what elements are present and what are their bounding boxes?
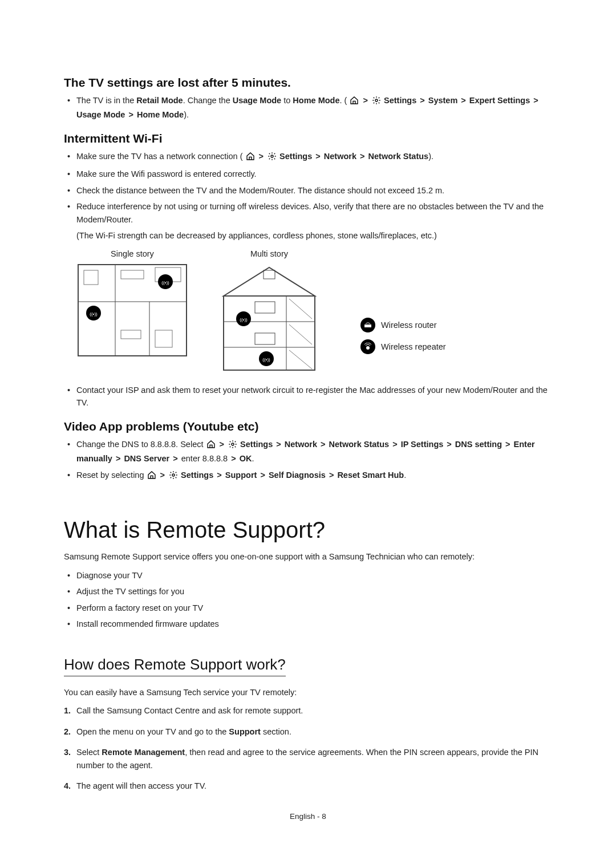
path: Support [225, 470, 257, 480]
svg-point-28 [366, 346, 370, 350]
svg-point-1 [271, 155, 273, 157]
chevron-icon: > [447, 440, 451, 449]
retail-mode-label: Retail Mode [136, 96, 183, 105]
list-item: Change the DNS to 8.8.8.8. Select > Sett… [76, 438, 552, 465]
gear-icon [268, 152, 277, 164]
system-path: System [428, 96, 458, 105]
text: . Change the [183, 96, 233, 105]
text: . [404, 470, 406, 480]
settings-path: Settings [384, 96, 416, 105]
list-item: Contact your ISP and ask them to reset y… [76, 384, 552, 409]
text: ). [184, 110, 189, 119]
svg-rect-10 [121, 330, 141, 339]
svg-text:((•)): ((•)) [240, 317, 248, 322]
path: Network Status [329, 440, 390, 449]
chevron-icon: > [116, 454, 120, 463]
single-story-floorplan: ((•)) ((•)) [75, 262, 189, 359]
chevron-icon: > [217, 470, 221, 480]
multi-story-diagram: Multi story ((•)) ((•)) [212, 249, 326, 378]
text: Select [76, 748, 102, 757]
home-mode-label: Home Mode [293, 96, 339, 105]
svg-rect-21 [255, 302, 275, 313]
path: DNS Server [124, 454, 169, 463]
heading-video-app-problems: Video App problems (Youtube etc) [64, 420, 552, 433]
svg-text:((•)): ((•)) [90, 311, 98, 317]
chevron-icon: > [315, 152, 320, 161]
list-item: Adjust the TV settings for you [76, 585, 552, 598]
support-section: Support [229, 727, 261, 736]
text: ). [428, 152, 433, 161]
gear-icon [228, 440, 237, 452]
list-wifi-cont: Contact your ISP and ask them to reset y… [76, 384, 552, 409]
path: DNS setting [455, 440, 502, 449]
svg-point-30 [172, 474, 175, 476]
svg-rect-7 [121, 270, 144, 279]
multi-story-label: Multi story [212, 249, 326, 258]
wifi-diagrams: Single story ((•)) ((•)) Multi story [75, 249, 552, 378]
list-item: Check the distance between the TV and th… [76, 184, 552, 197]
chevron-icon: > [276, 440, 281, 449]
text: Open the menu on your TV and go to the [76, 727, 229, 736]
chevron-icon: > [220, 440, 224, 449]
page-footer: English - 8 [0, 812, 616, 821]
step-4: The agent will then access your TV. [64, 780, 552, 792]
home-mode-path: Home Mode [137, 110, 184, 119]
list-wifi: Make sure the TV has a network connectio… [76, 150, 552, 242]
chevron-icon: > [173, 454, 177, 463]
home-icon [206, 440, 216, 452]
text: enter 8.8.8.8 [181, 454, 230, 463]
list-tv-settings: The TV is in the Retail Mode. Change the… [76, 94, 552, 121]
svg-rect-27 [364, 324, 371, 327]
list-video-app: Change the DNS to 8.8.8.8. Select > Sett… [76, 438, 552, 483]
usage-mode-label: Usage Mode [233, 96, 281, 105]
gear-icon [169, 470, 178, 483]
svg-rect-9 [155, 330, 172, 347]
path: Self Diagnosis [269, 470, 326, 480]
diagram-legend: Wireless router Wireless repeater [360, 318, 446, 354]
chevron-icon: > [231, 454, 236, 463]
chevron-icon: > [363, 96, 367, 105]
chevron-icon: > [259, 152, 264, 161]
heading-intermittent-wifi: Intermittent Wi-Fi [64, 132, 552, 145]
single-story-diagram: Single story ((•)) ((•)) [75, 249, 189, 361]
list-item: Perform a factory reset on your TV [76, 602, 552, 614]
svg-point-0 [375, 99, 378, 102]
remote-support-intro: Samsung Remote Support service offers yo… [64, 551, 552, 563]
list-item: Make sure the Wifi password is entered c… [76, 168, 552, 180]
chevron-icon: > [461, 96, 465, 105]
list-item: Make sure the TV has a network connectio… [76, 150, 552, 164]
chevron-icon: > [360, 152, 364, 161]
heading-how-remote-support-works: How does Remote Support work? [64, 656, 286, 676]
legend-repeater-label: Wireless repeater [381, 342, 446, 351]
home-icon [350, 96, 359, 108]
list-item: Reset by selecting > Settings > Support … [76, 469, 552, 483]
text: . ( [340, 96, 347, 105]
svg-marker-15 [224, 267, 315, 296]
legend-router: Wireless router [360, 318, 446, 332]
list-item: Diagnose your TV [76, 569, 552, 582]
step-3: Select Remote Management, then read and … [64, 746, 552, 772]
svg-point-29 [232, 443, 234, 445]
how-works-intro: You can easily have a Samsung Tech servi… [64, 687, 552, 699]
path: Network [285, 440, 317, 449]
text: The TV is in the [76, 96, 136, 105]
svg-text:((•)): ((•)) [161, 280, 169, 285]
text: . [252, 454, 254, 463]
text: Reduce interference by not using or turn… [76, 202, 544, 224]
text: Reset by selecting [76, 470, 147, 480]
list-item: Install recommended firmware updates [76, 618, 552, 630]
chevron-icon: > [128, 110, 133, 119]
heading-remote-support: What is Remote Support? [64, 517, 552, 543]
gear-icon [372, 96, 381, 108]
single-story-label: Single story [75, 249, 189, 258]
list-item: The TV is in the Retail Mode. Change the… [76, 94, 552, 121]
remote-management: Remote Management [102, 748, 185, 757]
legend-router-label: Wireless router [381, 320, 437, 330]
svg-rect-6 [84, 270, 98, 285]
text: Change the DNS to 8.8.8.8. Select [76, 440, 206, 449]
heading-tv-settings-lost: The TV settings are lost after 5 minutes… [64, 76, 552, 90]
chevron-icon: > [392, 440, 397, 449]
chevron-icon: > [321, 440, 325, 449]
network-path: Network [324, 152, 356, 161]
path: Settings [181, 470, 213, 480]
